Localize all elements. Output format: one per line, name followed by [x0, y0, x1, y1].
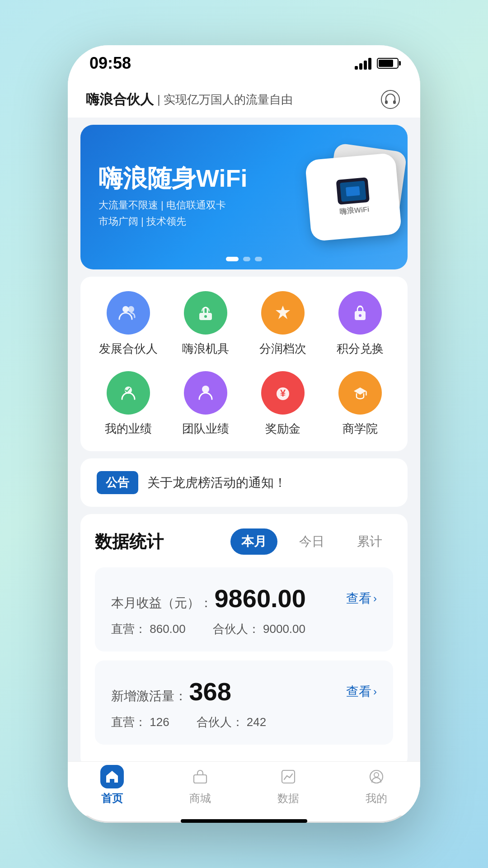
banner-dot-2	[243, 257, 250, 261]
nav-item-data[interactable]: 数据	[252, 765, 324, 806]
menu-section: 发展合伙人 嗨浪机具 分润档次	[80, 277, 408, 451]
menu-label-bonus: 奖励金	[265, 421, 300, 437]
tab-today[interactable]: 今日	[288, 528, 335, 555]
headset-button[interactable]	[379, 88, 402, 111]
stats-revenue-value: 9860.00	[214, 584, 305, 613]
menu-item-partner[interactable]: 发展合伙人	[97, 291, 160, 357]
stats-activation-value: 368	[189, 677, 231, 706]
chevron-right-icon: ›	[373, 592, 377, 605]
menu-label-points: 积分兑换	[337, 341, 384, 357]
battery-icon	[377, 58, 399, 69]
menu-item-bonus[interactable]: ¥ 奖励金	[251, 371, 314, 437]
svg-point-11	[202, 386, 209, 393]
stats-revenue-direct-key: 直营：	[111, 622, 146, 636]
header-left: 嗨浪合伙人 | 实现亿万国人的流量自由	[86, 90, 293, 109]
banner-dots	[226, 257, 262, 261]
menu-item-teamperformance[interactable]: 团队业绩	[174, 371, 237, 437]
banner-dot-1	[226, 257, 239, 261]
svg-rect-2	[393, 100, 396, 104]
stats-activation-partner-key: 合伙人：	[197, 715, 244, 729]
signal-icon	[355, 57, 371, 70]
menu-row-2: 我的业绩 团队业绩 ¥ 奖励金	[89, 371, 399, 437]
menu-icon-profit	[261, 291, 305, 335]
brand-name: 嗨浪合伙人	[86, 90, 154, 109]
menu-item-device[interactable]: 嗨浪机具	[174, 291, 237, 357]
signal-bar-4	[368, 58, 371, 70]
chevron-right-icon-2: ›	[373, 685, 377, 698]
svg-text:¥: ¥	[280, 387, 286, 399]
menu-icon-myperformance	[107, 371, 150, 415]
banner[interactable]: 嗨浪随身WiFi 大流量不限速 | 电信联通双卡 市场广阔 | 技术领先 4G	[80, 125, 408, 269]
menu-label-partner: 发展合伙人	[99, 341, 158, 357]
stats-revenue-direct: 直营： 860.00	[111, 621, 186, 637]
nav-item-home[interactable]: 首页	[76, 765, 148, 806]
svg-point-3	[122, 306, 129, 312]
nav-label-shop: 商城	[189, 791, 211, 806]
nav-label-mine: 我的	[366, 791, 387, 806]
stats-revenue-partner: 合伙人： 9000.00	[213, 621, 305, 637]
menu-icon-academy	[338, 371, 382, 415]
stats-revenue-left: 本月收益（元）： 9860.00	[111, 584, 306, 613]
menu-label-myperformance: 我的业绩	[105, 421, 152, 437]
svg-rect-15	[194, 775, 206, 783]
banner-device-area: 4G 嗨浪WiFi	[308, 156, 399, 238]
stats-revenue-partner-key: 合伙人：	[213, 622, 260, 636]
signal-bar-1	[355, 66, 358, 70]
stats-activation-direct-key: 直营：	[111, 715, 146, 729]
stats-revenue-partner-val: 9000.00	[263, 622, 305, 636]
nav-icon-home	[100, 765, 124, 788]
stats-revenue-link-text: 查看	[346, 590, 371, 607]
menu-item-myperformance[interactable]: 我的业绩	[97, 371, 160, 437]
nav-item-shop[interactable]: 商城	[164, 765, 236, 806]
stats-header: 数据统计 本月 今日 累计	[95, 528, 393, 555]
home-indicator	[181, 819, 307, 823]
stats-card-activation-main: 新增激活量： 368 查看 ›	[111, 677, 377, 706]
menu-item-profit[interactable]: 分润档次	[251, 291, 314, 357]
menu-icon-teamperformance	[184, 371, 227, 415]
menu-label-device: 嗨浪机具	[182, 341, 229, 357]
nav-item-mine[interactable]: 我的	[340, 765, 413, 806]
brand-slogan: | 实现亿万国人的流量自由	[157, 92, 293, 108]
signal-bar-2	[359, 63, 362, 70]
stats-revenue-link[interactable]: 查看 ›	[346, 590, 377, 607]
header: 嗨浪合伙人 | 实现亿万国人的流量自由	[68, 81, 420, 118]
signal-bar-3	[364, 61, 367, 70]
tab-this-month[interactable]: 本月	[230, 528, 277, 555]
menu-icon-device	[184, 291, 227, 335]
stats-activation-left: 新增激活量： 368	[111, 677, 231, 706]
svg-point-18	[374, 773, 379, 777]
stats-activation-direct-val: 126	[150, 715, 169, 729]
banner-desc-2: 市场广阔 | 技术领先	[99, 213, 247, 229]
nav-icon-data	[277, 765, 300, 788]
nav-icon-shop	[188, 765, 212, 788]
phone-frame: 09:58 嗨浪合伙人 | 实现亿万国人的流量自由	[68, 45, 420, 823]
menu-label-profit: 分润档次	[259, 341, 306, 357]
svg-point-4	[128, 306, 134, 312]
announce-text: 关于龙虎榜活动的通知！	[147, 474, 286, 491]
stats-revenue-sub: 直营： 860.00 合伙人： 9000.00	[111, 621, 377, 637]
stats-title: 数据统计	[95, 530, 164, 553]
announcement[interactable]: 公告 关于龙虎榜活动的通知！	[80, 458, 408, 507]
stats-tabs: 本月 今日 累计	[230, 528, 393, 555]
stats-card-revenue: 本月收益（元）： 9860.00 查看 › 直营： 860.00 合伙人：	[95, 567, 393, 651]
stats-activation-link[interactable]: 查看 ›	[346, 683, 377, 700]
svg-marker-7	[276, 306, 290, 319]
stats-activation-sub: 直营： 126 合伙人： 242	[111, 714, 377, 730]
stats-activation-label: 新增激活量：	[111, 689, 187, 703]
main-content[interactable]: 嗨浪随身WiFi 大流量不限速 | 电信联通双卡 市场广阔 | 技术领先 4G	[68, 118, 420, 761]
stats-revenue-direct-val: 860.00	[150, 622, 186, 636]
notch	[208, 45, 280, 61]
wifi-device-front: 嗨浪WiFi	[305, 153, 402, 242]
banner-desc-1: 大流量不限速 | 电信联通双卡	[99, 198, 247, 213]
stats-card-revenue-main: 本月收益（元）： 9860.00 查看 ›	[111, 584, 377, 613]
announce-badge: 公告	[97, 471, 138, 494]
stats-revenue-label: 本月收益（元）：	[111, 596, 212, 610]
stats-activation-direct: 直营： 126	[111, 714, 169, 730]
banner-dot-3	[255, 257, 262, 261]
menu-item-points[interactable]: 积分兑换	[328, 291, 392, 357]
menu-item-academy[interactable]: 商学院	[328, 371, 392, 437]
bottom-nav: 首页 商城 数据 我的	[68, 761, 420, 816]
tab-total[interactable]: 累计	[346, 528, 393, 555]
menu-icon-bonus: ¥	[261, 371, 305, 415]
stats-activation-partner-val: 242	[247, 715, 266, 729]
